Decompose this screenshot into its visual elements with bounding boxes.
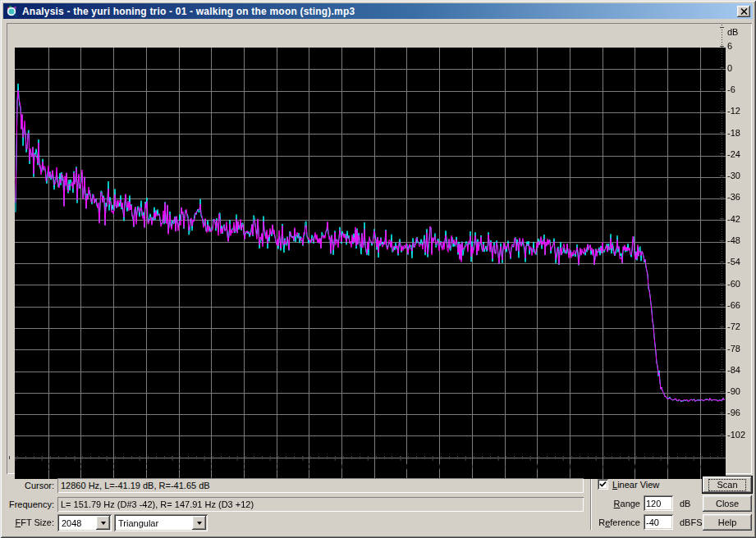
db-axis-tick xyxy=(720,176,724,176)
chevron-down-icon xyxy=(197,522,202,527)
hz-axis-tick-label: 11000 xyxy=(355,462,380,472)
db-axis-tick xyxy=(720,262,724,262)
chevron-down-icon xyxy=(101,522,106,527)
db-axis: dB60-6-12-18-24-30-36-42-48-54-60-66-72-… xyxy=(720,25,753,456)
db-axis-tick-label: -96 xyxy=(727,408,740,417)
hz-axis-tick-label: 21000 xyxy=(680,462,706,472)
fft-window-dropdown-button[interactable] xyxy=(192,516,206,530)
hz-axis-tick-label: 3000 xyxy=(97,462,117,472)
hz-axis-tick-label: 6000 xyxy=(195,462,214,472)
frequency-readout: L= 151.79 Hz (D#3 -42), R= 147.91 Hz (D3… xyxy=(57,497,584,512)
db-axis-tick-label: -42 xyxy=(727,214,740,224)
fft-size-label: FFT Size: xyxy=(3,517,54,527)
db-axis-tick-label: -78 xyxy=(727,344,740,353)
fft-size-dropdown-button[interactable] xyxy=(96,516,110,530)
hz-axis-unit: Hz xyxy=(15,462,25,472)
close-icon xyxy=(740,8,748,15)
hz-axis-tick-label: 12000 xyxy=(387,462,413,472)
hz-axis-tick-label: 4000 xyxy=(130,462,149,472)
db-axis-tick xyxy=(720,304,724,305)
db-axis-tick xyxy=(720,67,724,68)
hz-axis-tick-label: 1000 xyxy=(31,462,51,472)
db-axis-tick xyxy=(720,132,724,133)
hz-axis-tick-label: 10000 xyxy=(323,462,348,472)
db-axis-tick xyxy=(720,153,724,154)
hz-axis-tick-label: 8000 xyxy=(259,462,279,472)
db-axis-tick-label: -90 xyxy=(727,386,740,396)
db-axis-tick-label: 6 xyxy=(727,41,732,51)
reference-unit: dBFS xyxy=(680,517,703,527)
fft-window-value: Triangular xyxy=(114,514,190,531)
spectrum-canvas[interactable] xyxy=(15,48,726,479)
db-axis-tick-label: -60 xyxy=(727,279,740,289)
linear-view-checkbox[interactable] xyxy=(598,479,608,490)
cursor-label: Cursor: xyxy=(3,481,54,490)
hz-axis-tick-label: 14000 xyxy=(453,462,479,472)
fft-window-combobox[interactable]: Triangular xyxy=(114,514,208,531)
hz-axis-tick-label: 17000 xyxy=(551,462,576,472)
db-axis-tick xyxy=(720,326,724,327)
titlebar[interactable]: Analysis - the yuri honing trio - 01 - w… xyxy=(3,3,753,19)
hz-axis: Hz 1000200030004000500060007000800090001… xyxy=(8,456,719,472)
check-icon xyxy=(599,481,607,488)
db-axis-tick xyxy=(720,218,724,219)
db-axis-tick xyxy=(720,240,724,241)
range-label: Range xyxy=(566,499,640,508)
db-axis-tick xyxy=(720,197,724,198)
reference-label: Reference xyxy=(566,517,640,527)
help-button-label: Help xyxy=(718,517,737,527)
range-input[interactable] xyxy=(644,495,673,511)
frequency-readout-value: L= 151.79 Hz (D#3 -42), R= 147.91 Hz (D3… xyxy=(61,499,254,509)
db-axis-tick xyxy=(720,413,724,413)
db-axis-tick-label: -6 xyxy=(727,84,735,94)
fft-size-combobox[interactable]: 2048 xyxy=(57,514,112,531)
frequency-label: Frequency: xyxy=(3,499,54,509)
cursor-readout: 12860 Hz, L=-41.19 dB, R=-41.65 dB xyxy=(57,478,584,493)
hz-axis-major-ticks xyxy=(8,456,719,461)
spectrum-panel xyxy=(7,23,752,474)
hz-axis-tick-label: 18000 xyxy=(583,462,608,472)
close-button[interactable] xyxy=(737,6,750,17)
db-axis-tick-label: -36 xyxy=(727,192,740,202)
db-axis-tick-label: -84 xyxy=(727,365,740,375)
hz-axis-tick-label: 13000 xyxy=(420,462,446,472)
hz-axis-tick-label: 5000 xyxy=(162,462,181,472)
db-axis-tick xyxy=(720,348,724,349)
db-axis-tick xyxy=(720,434,724,435)
window-title: Analysis - the yuri honing trio - 01 - w… xyxy=(22,6,737,17)
db-axis-tick xyxy=(720,46,724,47)
db-axis-tick-label: -72 xyxy=(727,321,740,331)
fft-size-value: 2048 xyxy=(57,514,94,531)
hz-axis-tick-label: 9000 xyxy=(292,462,312,472)
db-axis-tick xyxy=(720,111,724,112)
db-axis-tick xyxy=(720,283,724,284)
db-axis-tick-label: -12 xyxy=(727,106,740,116)
db-axis-tick-label: -48 xyxy=(727,235,740,245)
hz-axis-tick-label: 19000 xyxy=(616,462,641,472)
db-axis-tick xyxy=(720,391,724,392)
db-axis-tick xyxy=(720,369,724,370)
scan-button-label: Scan xyxy=(708,479,745,491)
hz-axis-tick-label: 16000 xyxy=(518,462,543,472)
db-axis-tick xyxy=(720,89,724,89)
close-dialog-button[interactable]: Close xyxy=(703,495,752,512)
range-unit: dB xyxy=(680,499,690,508)
db-axis-tick-label: -54 xyxy=(727,257,740,267)
db-axis-tick-label: 0 xyxy=(727,63,732,73)
hz-axis-tick-label: 7000 xyxy=(227,462,247,472)
db-axis-tick-label: -66 xyxy=(727,300,740,310)
scan-button[interactable]: Scan xyxy=(703,476,752,493)
help-button[interactable]: Help xyxy=(703,514,752,531)
db-axis-tick-label: -102 xyxy=(727,430,745,440)
linear-view-label[interactable]: Linear View xyxy=(612,480,659,490)
hz-axis-tick-label: 20000 xyxy=(648,462,674,472)
hz-axis-tick-label: 2000 xyxy=(64,462,84,472)
db-axis-tick xyxy=(720,27,724,28)
spectrum-plot[interactable] xyxy=(15,48,726,479)
db-axis-tick-label: -24 xyxy=(727,149,740,159)
db-axis-tick-label: -30 xyxy=(727,171,740,180)
reference-input[interactable] xyxy=(644,514,673,530)
db-axis-tick-label: -18 xyxy=(727,128,740,138)
close-button-label: Close xyxy=(716,499,739,508)
db-axis-tick-label: dB xyxy=(727,27,738,37)
